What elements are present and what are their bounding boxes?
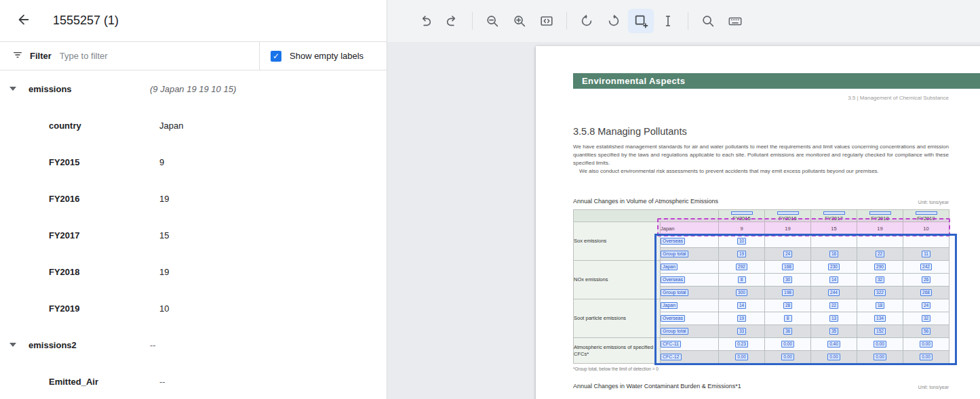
zoom-in-button[interactable] [507,9,532,33]
item-label: FY2018 [49,267,159,277]
next-table-caption: Annual Changes in Water Contaminant Burd… [573,383,741,390]
caret-down-icon[interactable] [0,87,19,91]
undo-button[interactable] [412,9,438,33]
doc-banner: Environmental Aspects [573,73,980,89]
toolbar-separator [472,12,473,30]
group-label: emissions [28,84,150,94]
show-empty-labels-row: Show empty labels [260,42,387,70]
group-summary: -- [150,340,156,350]
header-token-annotation[interactable] [731,211,753,215]
zoom-out-button[interactable] [479,9,505,33]
doc-breadcrumb: 3.5 | Management of Chemical Substance [573,95,949,101]
item-label: FY2019 [49,303,159,314]
toolbar-separator [566,12,567,30]
toolbar-separator [688,12,688,30]
item-value: 9 [159,157,164,167]
rotate-left-button[interactable] [574,9,600,33]
table-caption-row: Annual Changes in Volume of Atmospheric … [573,198,949,205]
document-title: 1555257 (1) [53,14,119,28]
redo-button[interactable] [439,9,465,33]
category-cell: Soot particle emissions [574,299,661,338]
doc-section-title: 3.5.8 Managing Pollutants [573,126,687,137]
text-select-button[interactable] [655,9,681,33]
filter-placeholder: Type to filter [60,51,108,61]
panel-header: 1555257 (1) [0,0,387,42]
show-empty-labels-label: Show empty labels [290,51,364,61]
undo-icon [418,14,433,28]
category-cell: Sox emissions [574,222,661,261]
tree-item-FY2019[interactable]: FY201910 [0,290,387,327]
item-label: Emitted_Air [49,377,159,387]
redo-icon [445,14,460,28]
code-view-button[interactable] [534,9,560,33]
tree-item-FY2016[interactable]: FY201619 [0,180,387,217]
search-button[interactable] [695,9,721,33]
rotate-right-icon [606,14,621,28]
zoom-in-icon [512,14,527,28]
viewer-toolbar [387,0,980,42]
rotate-right-button[interactable] [601,9,627,33]
filter-input[interactable]: Filter Type to filter [0,42,260,70]
labels-tree: emissions(9 Japan 19 19 10 15)countryJap… [0,70,387,399]
filter-row: Filter Type to filter Show empty labels [0,42,387,70]
header-token-annotation[interactable] [869,211,891,215]
viewer-area: Environmental Aspects 3.5 | Management o… [387,0,980,399]
item-value: 19 [159,267,169,277]
header-token-annotation[interactable] [823,211,845,215]
labels-panel: 1555257 (1) Filter Type to filter Show e… [0,0,387,399]
emissions-table-wrap: FY2015FY2016FY2017FY2018FY2019Sox emissi… [573,209,949,364]
item-value: 15 [159,230,169,240]
keyboard-shortcuts-button[interactable] [722,9,748,33]
table-caption: Annual Changes in Volume of Atmospheric … [573,198,718,205]
doc-paragraphs: We have established management standards… [573,143,949,175]
tree-item-FY2015[interactable]: FY20159 [0,144,387,180]
text-cursor-icon [661,14,675,28]
show-empty-labels-checkbox[interactable] [271,51,281,62]
item-value: 10 [159,303,169,314]
app-window: 1555257 (1) Filter Type to filter Show e… [0,0,980,399]
group-label: emissions2 [28,340,150,350]
table-footnote: *Group total, below the limit of detecti… [573,366,659,371]
back-button[interactable] [16,12,35,30]
category-cell: NOx emissions [574,261,661,299]
tree-item-country[interactable]: countryJapan [0,107,387,144]
item-value: Japan [159,121,183,131]
table-region-annotation[interactable] [654,234,957,365]
zoom-out-icon [485,14,500,28]
code-view-icon [539,14,554,28]
item-value: -- [159,377,165,387]
doc-paragraph: We have established management standards… [573,143,949,167]
header-token-annotation[interactable] [916,211,937,215]
next-caption-row: Annual Changes in Water Contaminant Burd… [573,383,949,390]
document-page: Environmental Aspects 3.5 | Management o… [536,46,980,399]
tree-item-FY2017[interactable]: FY201715 [0,217,387,253]
item-value: 19 [159,194,169,204]
tree-item-Emitted_Air[interactable]: Emitted_Air-- [0,363,387,399]
add-bounding-box-button[interactable] [628,9,654,33]
tree-group-emissions2[interactable]: emissions2-- [0,327,387,363]
caret-down-icon[interactable] [0,343,19,347]
keyboard-icon [728,14,743,28]
rotate-left-icon [579,14,594,28]
document-canvas[interactable]: Environmental Aspects 3.5 | Management o… [387,42,980,399]
add-bounding-box-icon [633,14,648,28]
item-label: FY2016 [49,194,159,204]
tree-group-emissions[interactable]: emissions(9 Japan 19 19 10 15) [0,70,387,107]
doc-paragraph: We also conduct environmental risk asses… [573,167,949,175]
search-icon [701,14,716,28]
header-token-annotation[interactable] [777,211,799,215]
next-table-unit: Unit: tons/year [918,385,949,390]
filter-icon [12,49,23,63]
tree-item-FY2018[interactable]: FY201819 [0,253,387,290]
filter-label: Filter [30,51,52,61]
item-label: country [49,121,159,131]
item-label: FY2017 [49,230,159,240]
item-label: FY2015 [49,157,159,167]
category-cell: Atmospheric emissions of specified CFCs* [574,338,661,364]
arrow-left-icon [16,12,31,29]
table-unit: Unit: tons/year [918,200,949,205]
group-summary: (9 Japan 19 19 10 15) [150,84,236,94]
